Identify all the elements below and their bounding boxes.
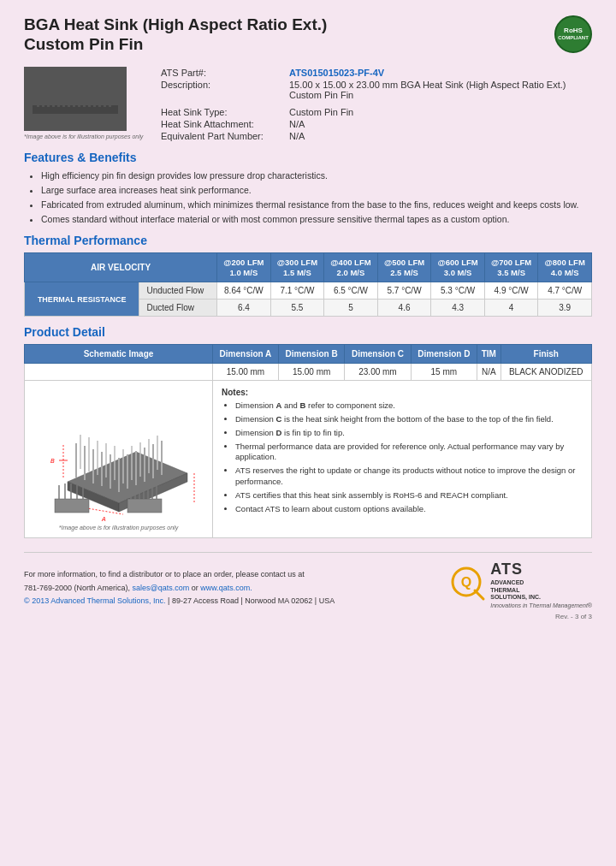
title-block: BGA Heat Sink (High Aspect Ratio Ext.) C… <box>24 15 327 55</box>
image-caption: *Image above is for illustration purpose… <box>24 133 144 139</box>
tim-header: TIM <box>477 345 501 364</box>
schematic-image: B A D <box>38 388 200 525</box>
notes-title: Notes: <box>222 388 583 397</box>
svg-rect-10 <box>83 78 86 107</box>
finish-header: Finish <box>500 345 591 364</box>
heat-sink-type-value: Custom Pin Fin <box>286 106 592 118</box>
ducted-val-6: 3.9 <box>538 300 592 317</box>
feature-item-1: High efficiency pin fin design provides … <box>41 169 592 181</box>
description-row: Description: 15.00 x 15.00 x 23.00 mm BG… <box>157 79 592 101</box>
feature-item-2: Large surface area increases heat sink p… <box>41 184 592 196</box>
unducted-row: THERMAL RESISTANCE Unducted Flow 8.64 °C… <box>25 282 592 300</box>
svg-rect-3 <box>47 76 50 107</box>
ducted-val-2: 5 <box>324 300 378 317</box>
ducted-val-3: 4.6 <box>377 300 431 317</box>
product-detail-section: Schematic Image Dimension A Dimension B … <box>24 344 592 538</box>
ducted-label: Ducted Flow <box>139 300 217 317</box>
heat-sink-type-label: Heat Sink Type: <box>157 106 286 118</box>
page-header: BGA Heat Sink (High Aspect Ratio Ext.) C… <box>24 15 592 55</box>
col-header-4: @600 LFM 3.0 M/S <box>431 253 485 282</box>
col-header-3: @500 LFM 2.5 M/S <box>377 253 431 282</box>
product-image-block: *Image above is for illustration purpose… <box>24 67 144 142</box>
heat-sink-attachment-value: N/A <box>286 118 592 130</box>
col-header-0: @200 LFM 1.0 M/S <box>217 253 271 282</box>
ats-full-1: ADVANCED <box>490 579 592 586</box>
footer-left: For more information, to find a distribu… <box>24 569 335 609</box>
copyright-line: © 2013 Advanced Thermal Solutions, Inc. … <box>24 596 335 608</box>
note-1: Dimension A and B refer to component siz… <box>235 400 583 412</box>
unducted-val-4: 5.3 °C/W <box>431 282 485 300</box>
description-value: 15.00 x 15.00 x 23.00 mm BGA Heat Sink (… <box>286 79 592 101</box>
product-details: ATS Part#: ATS015015023-PF-4V Descriptio… <box>157 67 592 142</box>
tim-value: N/A <box>477 364 501 381</box>
detail-table: ATS Part#: ATS015015023-PF-4V Descriptio… <box>157 67 592 142</box>
equivalent-part-label: Equivalent Part Number: <box>157 130 286 142</box>
unducted-val-6: 4.7 °C/W <box>538 282 592 300</box>
unducted-val-1: 7.1 °C/W <box>270 282 324 300</box>
product-detail-header-table: Schematic Image Dimension A Dimension B … <box>24 344 592 381</box>
schematic-caption: *Image above is for illustration purpose… <box>32 525 205 531</box>
col-header-1: @300 LFM 1.5 M/S <box>270 253 324 282</box>
dim-a-value: 15.00 mm <box>213 364 279 381</box>
website-link[interactable]: www.qats.com. <box>200 584 252 592</box>
svg-rect-47 <box>55 499 89 513</box>
product-info: *Image above is for illustration purpose… <box>24 67 592 142</box>
ats-full-2: THERMAL <box>490 587 592 594</box>
detail-header-row: Schematic Image Dimension A Dimension B … <box>25 345 592 364</box>
svg-rect-5 <box>57 80 60 107</box>
ducted-val-4: 4.3 <box>431 300 485 317</box>
svg-text:A: A <box>101 516 106 522</box>
col-header-2: @400 LFM 2.0 M/S <box>324 253 378 282</box>
thermal-header-row: AIR VELOCITY @200 LFM 1.0 M/S @300 LFM 1… <box>25 253 592 282</box>
heat-sink-attachment-label: Heat Sink Attachment: <box>157 118 286 130</box>
email-link[interactable]: sales@qats.com <box>133 584 190 592</box>
svg-rect-13 <box>98 80 101 107</box>
ats-q-icon: Q <box>451 566 487 602</box>
note-5: ATS reserves the right to update or chan… <box>235 466 583 488</box>
dim-a-header: Dimension A <box>213 345 279 364</box>
unducted-label: Unducted Flow <box>139 282 217 300</box>
col-header-6: @800 LFM 4.0 M/S <box>538 253 592 282</box>
page-title: BGA Heat Sink (High Aspect Ratio Ext.) C… <box>24 15 327 55</box>
page-number: Rev. - 3 of 3 <box>24 613 592 620</box>
ducted-val-5: 4 <box>484 300 538 317</box>
svg-rect-1 <box>37 80 39 107</box>
dim-c-value: 23.00 mm <box>345 364 411 381</box>
features-list: High efficiency pin fin design provides … <box>24 169 592 226</box>
note-2: Dimension C is the heat sink height from… <box>235 414 583 425</box>
thermal-performance-title: Thermal Performance <box>24 234 592 247</box>
notes-cell: Notes: Dimension A and B refer to compon… <box>213 381 591 537</box>
svg-rect-9 <box>78 80 80 107</box>
unducted-val-3: 5.7 °C/W <box>377 282 431 300</box>
schematic-cell-empty <box>25 364 213 381</box>
ats-part-value: ATS015015023-PF-4V <box>286 67 592 79</box>
svg-text:B: B <box>50 458 55 464</box>
contact-line: For more information, to find a distribu… <box>24 569 335 581</box>
ats-text-block: ATS ADVANCED THERMAL SOLUTIONS, INC. Inn… <box>490 560 592 609</box>
svg-line-63 <box>475 590 483 599</box>
feature-item-3: Fabricated from extruded aluminum, which… <box>41 199 592 211</box>
col-header-5: @700 LFM 3.5 M/S <box>484 253 538 282</box>
svg-rect-14 <box>104 78 106 107</box>
detail-values-row: 15.00 mm 15.00 mm 23.00 mm 15 mm N/A BLA… <box>25 364 592 381</box>
schematic-col-header: Schematic Image <box>25 345 213 364</box>
ats-part-row: ATS Part#: ATS015015023-PF-4V <box>157 67 592 79</box>
ducted-val-1: 5.5 <box>270 300 324 317</box>
contact-details: 781-769-2000 (North America), sales@qats… <box>24 583 335 595</box>
note-4: Thermal performance data are provided fo… <box>235 442 583 464</box>
equivalent-part-row: Equivalent Part Number: N/A <box>157 130 592 142</box>
unducted-val-0: 8.64 °C/W <box>217 282 271 300</box>
svg-rect-4 <box>52 78 55 107</box>
ducted-val-0: 6.4 <box>217 300 271 317</box>
heat-sink-type-row: Heat Sink Type: Custom Pin Fin <box>157 106 592 118</box>
svg-rect-12 <box>93 78 96 107</box>
equivalent-part-value: N/A <box>286 130 592 142</box>
footer-right: Q ATS ADVANCED THERMAL SOLUTIONS, INC. I… <box>451 560 592 609</box>
ats-abbr: ATS <box>490 560 592 579</box>
rohs-badge: RoHS COMPLIANT <box>554 15 592 53</box>
features-title: Features & Benefits <box>24 151 592 164</box>
thermal-resistance-label: THERMAL RESISTANCE <box>25 282 139 317</box>
svg-rect-11 <box>88 76 91 107</box>
note-7: Contact ATS to learn about custom option… <box>235 504 583 515</box>
ats-full-3: SOLUTIONS, INC. <box>490 594 592 601</box>
